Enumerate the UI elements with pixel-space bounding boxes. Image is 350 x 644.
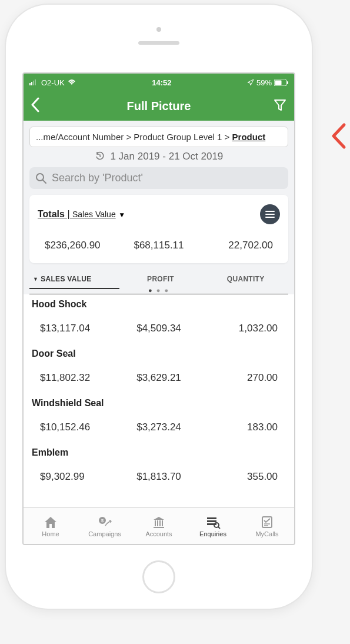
nav-label: MyCalls: [255, 530, 278, 537]
signal-icon: [29, 79, 39, 85]
chevron-down-icon: ▼: [118, 211, 125, 219]
svg-line-24: [218, 527, 220, 529]
screen: O2-UK 14:52 59% Full Picture ...me/Ac: [22, 72, 295, 545]
breadcrumb[interactable]: ...me/Account Number > Product Group Lev…: [29, 127, 288, 147]
cell-profit: $3,273.24: [119, 421, 199, 433]
totals-sub-label: Sales Value: [72, 210, 116, 219]
menu-button[interactable]: [260, 204, 280, 224]
speaker-dot: [156, 27, 161, 32]
campaigns-icon: $: [97, 515, 112, 529]
svg-rect-15: [155, 520, 156, 526]
tab-sales-value[interactable]: ▼ SALES VALUE: [29, 270, 118, 288]
svg-rect-19: [154, 527, 164, 528]
cell-profit: $3,629.21: [119, 372, 199, 384]
accounts-icon: [151, 515, 166, 529]
totals-row: $236,260.90 $68,115.11 22,702.00: [38, 240, 280, 251]
home-button[interactable]: [142, 560, 175, 593]
carrier-label: O2-UK: [41, 78, 65, 87]
search-icon: [35, 172, 47, 184]
totals-card: Totals | Sales Value ▼ $236,260.90 $68,1…: [29, 195, 288, 263]
location-icon: [247, 79, 254, 86]
content-area: ...me/Account Number > Product Group Lev…: [24, 121, 294, 507]
svg-rect-2: [33, 81, 34, 85]
annotation-arrow-icon: [329, 121, 346, 153]
svg-rect-17: [159, 520, 161, 526]
svg-rect-1: [31, 82, 32, 85]
cell-profit: $1,813.70: [119, 471, 199, 483]
cell-profit: $4,509.34: [119, 323, 199, 334]
breadcrumb-part-2: Product Group Level 1: [134, 132, 222, 142]
speaker-slot: [138, 41, 179, 45]
phone-frame: O2-UK 14:52 59% Full Picture ...me/Ac: [6, 5, 312, 609]
refresh-icon: [95, 151, 105, 161]
cell-sales-value: $13,117.04: [32, 323, 119, 334]
nav-label: Accounts: [145, 530, 172, 537]
product-table[interactable]: Hood Shock $13,117.04 $4,509.34 1,032.00…: [24, 294, 294, 507]
totals-label: Totals: [38, 209, 65, 219]
product-name: Hood Shock: [32, 299, 286, 310]
cell-quantity: 183.00: [198, 421, 286, 433]
table-row[interactable]: Hood Shock $13,117.04 $4,509.34 1,032.00: [24, 294, 294, 344]
cell-quantity: 1,032.00: [198, 323, 286, 334]
nav-home[interactable]: Home: [24, 508, 78, 544]
nav-label: Home: [42, 530, 59, 537]
back-button[interactable]: [31, 97, 40, 115]
nav-bar: Full Picture: [24, 91, 294, 121]
svg-rect-3: [35, 79, 36, 85]
table-row[interactable]: Door Seal $11,802.32 $3,629.21 270.00: [24, 344, 294, 393]
enquiries-icon: [205, 515, 221, 529]
totals-sales-value: $236,260.90: [38, 240, 121, 251]
nav-mycalls[interactable]: MyCalls: [240, 508, 294, 544]
breadcrumb-current: Product: [232, 132, 266, 142]
breadcrumb-part-1: ...me/Account Number: [36, 132, 124, 142]
svg-rect-20: [207, 517, 216, 519]
product-name: Door Seal: [32, 348, 286, 359]
svg-line-9: [43, 180, 46, 183]
table-row[interactable]: Windshield Seal $10,152.46 $3,273.24 183…: [24, 393, 294, 443]
nav-enquiries[interactable]: Enquiries: [186, 508, 240, 544]
search-bar[interactable]: [29, 167, 288, 189]
wifi-icon: [67, 79, 76, 86]
cell-quantity: 270.00: [198, 372, 286, 384]
mycalls-icon: [259, 515, 275, 529]
nav-label: Campaigns: [88, 530, 121, 537]
svg-point-8: [36, 174, 44, 181]
svg-rect-5: [275, 80, 281, 85]
hamburger-icon: [265, 211, 275, 218]
svg-text:$: $: [101, 518, 104, 523]
cell-quantity: 355.00: [198, 471, 286, 483]
search-input[interactable]: [52, 172, 282, 184]
status-bar: O2-UK 14:52 59%: [24, 74, 294, 91]
nav-accounts[interactable]: Accounts: [132, 508, 186, 544]
filter-button[interactable]: [273, 98, 287, 114]
page-title: Full Picture: [127, 99, 191, 113]
bottom-nav: Home $ Campaigns Accounts Enquiries MyCa…: [24, 507, 294, 544]
cell-sales-value: $11,802.32: [32, 372, 119, 384]
totals-header-button[interactable]: Totals | Sales Value ▼: [38, 209, 125, 220]
nav-campaigns[interactable]: $ Campaigns: [78, 508, 132, 544]
tab-quantity[interactable]: QUANTITY: [203, 270, 288, 288]
svg-rect-0: [29, 83, 31, 85]
totals-profit: $68,115.11: [121, 240, 196, 251]
clock-label: 14:52: [152, 78, 171, 87]
product-name: Emblem: [32, 447, 286, 458]
sort-desc-icon: ▼: [33, 276, 38, 282]
svg-rect-18: [162, 520, 163, 526]
battery-icon: [274, 79, 288, 86]
svg-rect-16: [157, 520, 158, 526]
tab-profit[interactable]: PROFIT: [118, 270, 204, 288]
totals-quantity: 22,702.00: [197, 240, 280, 251]
nav-label: Enquiries: [199, 530, 226, 537]
table-row[interactable]: Emblem $9,302.99 $1,813.70 355.00: [24, 443, 294, 492]
cell-sales-value: $9,302.99: [32, 471, 119, 483]
battery-percent: 59%: [256, 78, 272, 87]
product-name: Windshield Seal: [32, 398, 286, 409]
cell-sales-value: $10,152.46: [32, 421, 119, 433]
svg-rect-6: [287, 81, 288, 84]
date-range[interactable]: 1 Jan 2019 - 21 Oct 2019: [24, 151, 294, 167]
column-tabs: ▼ SALES VALUE PROFIT QUANTITY: [24, 270, 294, 288]
home-icon: [43, 515, 58, 529]
svg-rect-21: [207, 520, 216, 522]
